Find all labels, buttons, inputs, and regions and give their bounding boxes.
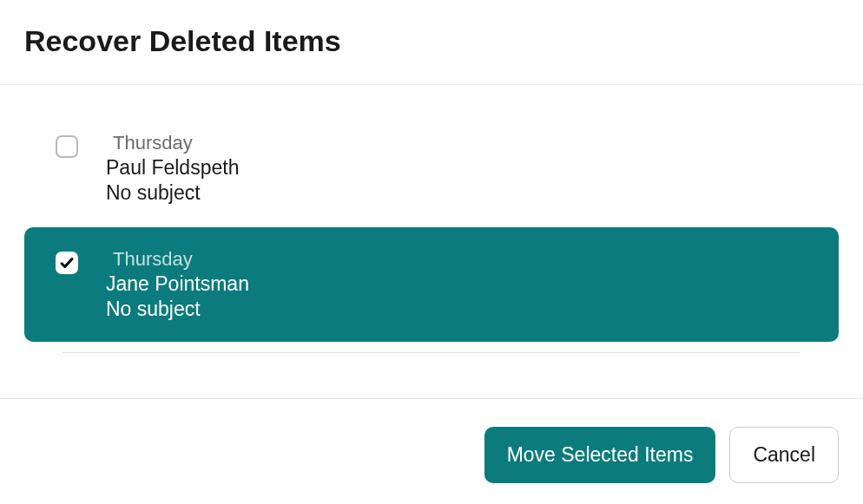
move-selected-button[interactable]: Move Selected Items: [484, 427, 716, 483]
list-item[interactable]: Thursday Jane Pointsman No subject: [24, 227, 839, 342]
item-checkbox[interactable]: [56, 252, 78, 274]
list-divider: [63, 352, 800, 353]
item-content: Thursday Jane Pointsman No subject: [106, 248, 249, 321]
dialog-header: Recover Deleted Items: [0, 0, 863, 85]
item-day: Thursday: [113, 132, 239, 154]
list-item[interactable]: Thursday Paul Feldspeth No subject: [24, 111, 839, 226]
item-subject: No subject: [106, 181, 239, 205]
dialog-title: Recover Deleted Items: [24, 24, 839, 58]
item-day: Thursday: [113, 248, 249, 271]
check-icon: [59, 255, 75, 271]
dialog-footer: Move Selected Items Cancel: [0, 398, 863, 504]
item-checkbox[interactable]: [56, 135, 78, 158]
item-sender: Jane Pointsman: [106, 272, 249, 296]
item-content: Thursday Paul Feldspeth No subject: [106, 132, 239, 205]
cancel-button[interactable]: Cancel: [729, 427, 839, 483]
item-subject: No subject: [106, 298, 249, 321]
item-sender: Paul Feldspeth: [106, 156, 239, 180]
items-list: Thursday Paul Feldspeth No subject Thurs…: [0, 85, 863, 353]
